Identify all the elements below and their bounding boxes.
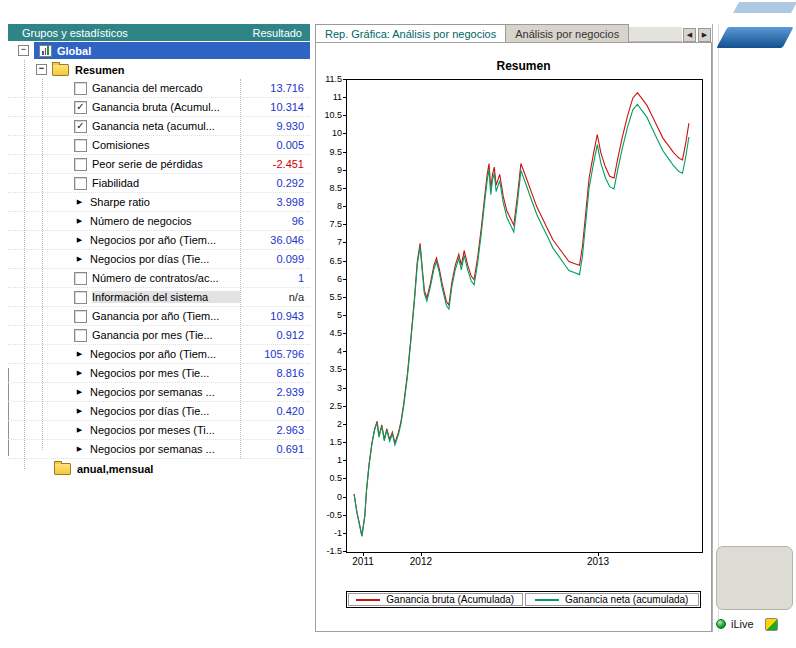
brand-logo-top bbox=[733, 2, 796, 13]
ilive-status: iLive bbox=[716, 616, 796, 632]
checkbox-icon[interactable] bbox=[74, 158, 87, 171]
expand-arrow-icon[interactable]: ▶ bbox=[74, 198, 85, 206]
stat-label: Negocios por mes (Tie... bbox=[90, 367, 240, 379]
stat-label: Negocios por año (Tiem... bbox=[90, 348, 240, 360]
stat-row-11[interactable]: Información del sisteman/a bbox=[8, 288, 310, 307]
stat-row-19[interactable]: ▶Negocios por semanas ...0.691 bbox=[8, 440, 310, 459]
stat-row-6[interactable]: ▶Sharpe ratio3.998 bbox=[8, 193, 310, 212]
expand-arrow-icon[interactable]: ▶ bbox=[74, 407, 85, 415]
stat-row-0[interactable]: Ganancia del mercado13.716 bbox=[8, 79, 310, 98]
stat-row-13[interactable]: Ganancia por mes (Tie...0.912 bbox=[8, 326, 310, 345]
legend-label-bruta: Ganancia bruta (Acumulada) bbox=[386, 594, 514, 605]
checkbox-icon[interactable] bbox=[74, 329, 87, 342]
stat-row-18[interactable]: ▶Negocios por meses (Ti...2.963 bbox=[8, 421, 310, 440]
stat-row-15[interactable]: ▶Negocios por mes (Tie...8.816 bbox=[8, 364, 310, 383]
x-axis-tick bbox=[421, 552, 422, 556]
y-axis-tick-label: 10.5 bbox=[317, 110, 342, 120]
expand-arrow-icon[interactable]: ▶ bbox=[74, 255, 85, 263]
stat-label: Negocios por semanas ... bbox=[90, 443, 240, 455]
stat-label: Ganancia del mercado bbox=[92, 82, 240, 94]
collapse-icon[interactable]: − bbox=[18, 45, 29, 56]
stat-row-10[interactable]: Número de contratos/ac...1 bbox=[8, 269, 310, 288]
stat-row-7[interactable]: ▶Número de negocios96 bbox=[8, 212, 310, 231]
legend-entry-bruta: Ganancia bruta (Acumulada) bbox=[348, 593, 523, 606]
y-axis-tick-label: 9.5 bbox=[317, 147, 342, 157]
y-axis-tick bbox=[343, 369, 347, 370]
stat-value: 1 bbox=[240, 272, 310, 284]
legend-label-neta: Ganancia neta (acumulada) bbox=[565, 594, 688, 605]
y-axis-tick-label: 11.5 bbox=[317, 74, 342, 84]
y-axis-tick-label: 0 bbox=[317, 492, 342, 502]
y-axis-tick-label: 7.5 bbox=[317, 219, 342, 229]
x-axis-tick-label: 2013 bbox=[580, 556, 616, 567]
y-axis-tick-label: 6.5 bbox=[317, 256, 342, 266]
stat-row-9[interactable]: ▶Negocios por días (Tie...0.099 bbox=[8, 250, 310, 269]
tab-scroll-right-button[interactable]: ▶ bbox=[698, 28, 711, 42]
legend-entry-neta: Ganancia neta (acumulada) bbox=[525, 593, 700, 606]
y-axis-tick-label: 6 bbox=[317, 274, 342, 284]
stat-row-14[interactable]: ▶Negocios por año (Tiem...105.796 bbox=[8, 345, 310, 364]
y-axis-tick-label: 7 bbox=[317, 237, 342, 247]
stat-row-2[interactable]: ✓Ganancia neta (acumul...9.930 bbox=[8, 117, 310, 136]
y-axis-tick-label: 9 bbox=[317, 165, 342, 175]
expand-arrow-icon[interactable]: ▶ bbox=[74, 445, 85, 453]
y-axis-tick-label: 11 bbox=[317, 92, 342, 102]
collapse-icon[interactable]: − bbox=[36, 64, 47, 75]
tree-row-global[interactable]: − Global bbox=[8, 41, 310, 60]
stat-row-4[interactable]: Peor serie de pérdidas-2.451 bbox=[8, 155, 310, 174]
tab-label: Rep. Gráfica: Análisis por negocios bbox=[325, 28, 496, 40]
y-axis-tick-label: 0.5 bbox=[317, 473, 342, 483]
expand-arrow-icon[interactable]: ▶ bbox=[74, 426, 85, 434]
stat-value: 105.796 bbox=[240, 348, 310, 360]
legend-line-red-icon bbox=[356, 599, 380, 601]
stat-row-16[interactable]: ▶Negocios por semanas ...2.939 bbox=[8, 383, 310, 402]
checkbox-icon[interactable] bbox=[74, 272, 87, 285]
checkbox-icon[interactable] bbox=[74, 177, 87, 190]
y-axis-tick bbox=[343, 224, 347, 225]
expand-arrow-icon[interactable]: ▶ bbox=[74, 217, 85, 225]
y-axis-tick bbox=[343, 188, 347, 189]
y-axis-tick bbox=[343, 170, 347, 171]
stat-row-1[interactable]: ✓Ganancia bruta (Acumul...10.314 bbox=[8, 98, 310, 117]
stat-label: Negocios por meses (Ti... bbox=[90, 424, 240, 436]
x-axis-tick-label: 2011 bbox=[345, 556, 381, 567]
checkbox-checked-icon[interactable]: ✓ bbox=[74, 120, 87, 133]
stat-row-5[interactable]: Fiabilidad0.292 bbox=[8, 174, 310, 193]
y-axis-tick-label: 1 bbox=[317, 455, 342, 465]
stat-row-17[interactable]: ▶Negocios por días (Tie...0.420 bbox=[8, 402, 310, 421]
stat-label: Negocios por año (Tiem... bbox=[90, 234, 240, 246]
checkbox-icon[interactable] bbox=[74, 139, 87, 152]
tree-label-resumen: Resumen bbox=[75, 64, 125, 76]
tree-row-anual-mensual[interactable]: anual,mensual bbox=[8, 459, 310, 478]
expand-arrow-icon[interactable]: ▶ bbox=[74, 388, 85, 396]
tab-rep-grafica-analisis[interactable]: Rep. Gráfica: Análisis por negocios bbox=[315, 24, 506, 42]
tab-scroll-left-button[interactable]: ◀ bbox=[683, 28, 696, 42]
y-axis-tick-label: -1 bbox=[317, 528, 342, 538]
stat-label: Ganancia neta (acumul... bbox=[92, 120, 240, 132]
expand-arrow-icon[interactable]: ▶ bbox=[74, 369, 85, 377]
tree-row-resumen[interactable]: − Resumen bbox=[8, 60, 310, 79]
collapsed-side-panel[interactable] bbox=[716, 546, 793, 610]
checkbox-icon[interactable] bbox=[74, 310, 87, 323]
expand-arrow-icon[interactable]: ▶ bbox=[74, 236, 85, 244]
notification-icon[interactable] bbox=[765, 618, 778, 631]
ilive-label: iLive bbox=[731, 618, 754, 630]
stat-label: Ganancia por mes (Tie... bbox=[92, 329, 240, 341]
stat-value: 0.292 bbox=[240, 177, 310, 189]
checkbox-checked-icon[interactable]: ✓ bbox=[74, 101, 87, 114]
stat-row-12[interactable]: Ganancia por año (Tiem...10.943 bbox=[8, 307, 310, 326]
stat-value: 8.816 bbox=[240, 367, 310, 379]
stat-label: Ganancia bruta (Acumul... bbox=[92, 101, 240, 113]
stat-label: Sharpe ratio bbox=[90, 196, 240, 208]
stat-row-3[interactable]: Comisiones0.005 bbox=[8, 136, 310, 155]
checkbox-icon[interactable] bbox=[74, 82, 87, 95]
stat-value: 0.420 bbox=[240, 405, 310, 417]
expand-arrow-icon[interactable]: ▶ bbox=[74, 350, 85, 358]
checkbox-icon[interactable] bbox=[74, 291, 87, 304]
selected-row-highlight[interactable]: Global bbox=[34, 42, 310, 59]
tab-analisis-por-negocios[interactable]: Análisis por negocios bbox=[506, 24, 629, 42]
result-column-header: Resultado bbox=[232, 27, 310, 39]
stat-row-8[interactable]: ▶Negocios por año (Tiem...36.046 bbox=[8, 231, 310, 250]
stat-label: Negocios por días (Tie... bbox=[90, 253, 240, 265]
stat-label: Ganancia por año (Tiem... bbox=[92, 310, 240, 322]
